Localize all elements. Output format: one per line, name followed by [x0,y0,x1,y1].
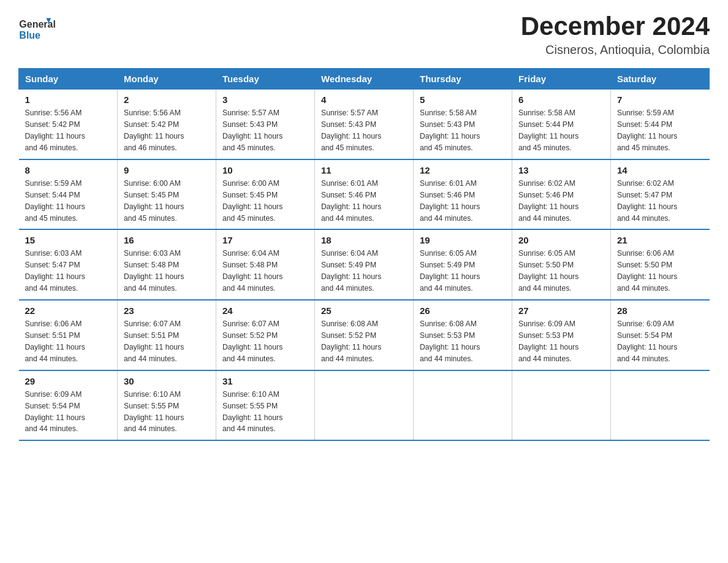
day-info: Sunrise: 6:04 AM Sunset: 5:48 PM Dayligh… [222,248,308,294]
calendar-cell: 2Sunrise: 5:56 AM Sunset: 5:42 PM Daylig… [118,90,216,159]
day-number: 1 [25,94,112,105]
day-info: Sunrise: 6:00 AM Sunset: 5:45 PM Dayligh… [124,178,210,224]
day-of-week-sunday: Sunday [19,69,118,90]
calendar-cell: 22Sunrise: 6:06 AM Sunset: 5:51 PM Dayli… [19,300,118,370]
day-info: Sunrise: 6:03 AM Sunset: 5:47 PM Dayligh… [25,248,112,294]
calendar-cell: 8Sunrise: 5:59 AM Sunset: 5:44 PM Daylig… [19,159,118,230]
day-number: 28 [617,305,703,316]
calendar-cell: 25Sunrise: 6:08 AM Sunset: 5:52 PM Dayli… [315,300,414,370]
day-info: Sunrise: 6:08 AM Sunset: 5:53 PM Dayligh… [420,318,506,365]
calendar-cell: 28Sunrise: 6:09 AM Sunset: 5:54 PM Dayli… [611,300,710,370]
day-info: Sunrise: 6:09 AM Sunset: 5:54 PM Dayligh… [617,318,703,365]
day-info: Sunrise: 6:09 AM Sunset: 5:53 PM Dayligh… [518,318,604,365]
day-info: Sunrise: 5:56 AM Sunset: 5:42 PM Dayligh… [25,107,112,154]
svg-text:Blue: Blue [19,30,40,40]
day-number: 21 [617,235,703,245]
day-info: Sunrise: 5:58 AM Sunset: 5:43 PM Dayligh… [420,107,506,154]
day-number: 14 [617,165,703,175]
calendar-cell: 18Sunrise: 6:04 AM Sunset: 5:49 PM Dayli… [315,229,414,300]
calendar-cell: 14Sunrise: 6:02 AM Sunset: 5:47 PM Dayli… [611,159,710,230]
day-number: 7 [617,94,703,105]
week-row-3: 15Sunrise: 6:03 AM Sunset: 5:47 PM Dayli… [19,229,710,300]
day-info: Sunrise: 6:10 AM Sunset: 5:55 PM Dayligh… [222,389,308,435]
day-info: Sunrise: 5:59 AM Sunset: 5:44 PM Dayligh… [25,178,112,224]
day-info: Sunrise: 6:02 AM Sunset: 5:47 PM Dayligh… [617,178,703,224]
calendar-cell: 5Sunrise: 5:58 AM Sunset: 5:43 PM Daylig… [414,90,512,159]
day-info: Sunrise: 5:57 AM Sunset: 5:43 PM Dayligh… [222,107,308,154]
day-info: Sunrise: 6:08 AM Sunset: 5:52 PM Dayligh… [321,318,407,365]
day-number: 24 [222,305,308,316]
calendar-cell [611,370,710,441]
day-info: Sunrise: 6:06 AM Sunset: 5:50 PM Dayligh… [617,248,703,294]
day-info: Sunrise: 5:57 AM Sunset: 5:43 PM Dayligh… [321,107,407,154]
day-info: Sunrise: 5:56 AM Sunset: 5:42 PM Dayligh… [124,107,210,154]
day-number: 5 [420,94,506,105]
calendar-body: 1Sunrise: 5:56 AM Sunset: 5:42 PM Daylig… [19,90,710,441]
logo-svg: General Blue [18,12,55,46]
day-info: Sunrise: 6:09 AM Sunset: 5:54 PM Dayligh… [25,389,112,435]
calendar-cell: 23Sunrise: 6:07 AM Sunset: 5:51 PM Dayli… [118,300,216,370]
day-number: 12 [420,165,506,175]
week-row-2: 8Sunrise: 5:59 AM Sunset: 5:44 PM Daylig… [19,159,710,230]
calendar-cell: 24Sunrise: 6:07 AM Sunset: 5:52 PM Dayli… [216,300,315,370]
day-number: 18 [321,235,407,245]
calendar-cell: 13Sunrise: 6:02 AM Sunset: 5:46 PM Dayli… [512,159,611,230]
day-number: 27 [518,305,604,316]
day-info: Sunrise: 5:59 AM Sunset: 5:44 PM Dayligh… [617,107,703,154]
day-of-week-monday: Monday [118,69,216,90]
calendar-cell: 20Sunrise: 6:05 AM Sunset: 5:50 PM Dayli… [512,229,611,300]
calendar-cell: 15Sunrise: 6:03 AM Sunset: 5:47 PM Dayli… [19,229,118,300]
svg-text:General: General [19,20,55,30]
location-subtitle: Cisneros, Antioquia, Colombia [521,43,710,57]
calendar-cell: 6Sunrise: 5:58 AM Sunset: 5:44 PM Daylig… [512,90,611,159]
day-number: 13 [518,165,604,175]
calendar-header: SundayMondayTuesdayWednesdayThursdayFrid… [19,69,710,90]
day-number: 15 [25,235,112,245]
day-number: 23 [124,305,210,316]
calendar-cell: 21Sunrise: 6:06 AM Sunset: 5:50 PM Dayli… [611,229,710,300]
day-number: 29 [25,376,112,386]
calendar-cell [315,370,414,441]
day-info: Sunrise: 6:06 AM Sunset: 5:51 PM Dayligh… [25,318,112,365]
day-info: Sunrise: 6:07 AM Sunset: 5:51 PM Dayligh… [124,318,210,365]
day-number: 31 [222,376,308,386]
calendar-cell: 27Sunrise: 6:09 AM Sunset: 5:53 PM Dayli… [512,300,611,370]
day-info: Sunrise: 6:05 AM Sunset: 5:49 PM Dayligh… [420,248,506,294]
calendar-cell [512,370,611,441]
calendar-cell: 1Sunrise: 5:56 AM Sunset: 5:42 PM Daylig… [19,90,118,159]
calendar-cell: 7Sunrise: 5:59 AM Sunset: 5:44 PM Daylig… [611,90,710,159]
day-info: Sunrise: 6:07 AM Sunset: 5:52 PM Dayligh… [222,318,308,365]
month-title: December 2024 [521,12,710,40]
calendar-cell: 19Sunrise: 6:05 AM Sunset: 5:49 PM Dayli… [414,229,512,300]
week-row-1: 1Sunrise: 5:56 AM Sunset: 5:42 PM Daylig… [19,90,710,159]
calendar-cell: 4Sunrise: 5:57 AM Sunset: 5:43 PM Daylig… [315,90,414,159]
day-info: Sunrise: 6:03 AM Sunset: 5:48 PM Dayligh… [124,248,210,294]
day-info: Sunrise: 6:10 AM Sunset: 5:55 PM Dayligh… [124,389,210,435]
day-info: Sunrise: 6:02 AM Sunset: 5:46 PM Dayligh… [518,178,604,224]
day-number: 6 [518,94,604,105]
calendar-cell: 12Sunrise: 6:01 AM Sunset: 5:46 PM Dayli… [414,159,512,230]
day-number: 16 [124,235,210,245]
day-number: 2 [124,94,210,105]
calendar-cell: 10Sunrise: 6:00 AM Sunset: 5:45 PM Dayli… [216,159,315,230]
day-of-week-friday: Friday [512,69,611,90]
day-number: 8 [25,165,112,175]
calendar-cell: 30Sunrise: 6:10 AM Sunset: 5:55 PM Dayli… [118,370,216,441]
day-number: 22 [25,305,112,316]
day-info: Sunrise: 6:01 AM Sunset: 5:46 PM Dayligh… [420,178,506,224]
day-of-week-tuesday: Tuesday [216,69,315,90]
calendar-cell: 11Sunrise: 6:01 AM Sunset: 5:46 PM Dayli… [315,159,414,230]
day-of-week-thursday: Thursday [414,69,512,90]
day-number: 9 [124,165,210,175]
day-info: Sunrise: 6:05 AM Sunset: 5:50 PM Dayligh… [518,248,604,294]
week-row-5: 29Sunrise: 6:09 AM Sunset: 5:54 PM Dayli… [19,370,710,441]
day-info: Sunrise: 6:00 AM Sunset: 5:45 PM Dayligh… [222,178,308,224]
page-header: General Blue December 2024 Cisneros, Ant… [18,12,710,57]
calendar-cell: 16Sunrise: 6:03 AM Sunset: 5:48 PM Dayli… [118,229,216,300]
day-number: 30 [124,376,210,386]
calendar-table: SundayMondayTuesdayWednesdayThursdayFrid… [18,68,710,441]
calendar-cell: 29Sunrise: 6:09 AM Sunset: 5:54 PM Dayli… [19,370,118,441]
title-block: December 2024 Cisneros, Antioquia, Colom… [521,12,710,57]
calendar-cell: 26Sunrise: 6:08 AM Sunset: 5:53 PM Dayli… [414,300,512,370]
day-number: 20 [518,235,604,245]
